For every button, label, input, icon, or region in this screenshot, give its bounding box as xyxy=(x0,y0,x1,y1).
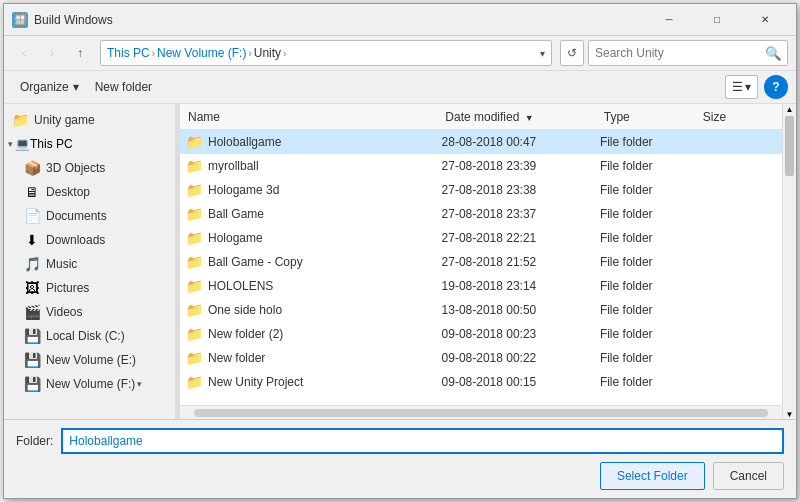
sidebar-label-disk-f: New Volume (F:) xyxy=(46,377,135,391)
folder-icon: 📁 xyxy=(184,204,204,224)
file-row[interactable]: 📁 myrollball 27-08-2018 23:39 File folde… xyxy=(180,154,782,178)
sidebar-item-local-disk-c[interactable]: 💾 Local Disk (C:) xyxy=(16,324,175,348)
scroll-track[interactable] xyxy=(783,114,796,409)
file-row[interactable]: 📁 Holoballgame 28-08-2018 00:47 File fol… xyxy=(180,130,782,154)
breadcrumb-new-volume[interactable]: New Volume (F:) xyxy=(157,46,246,60)
back-button[interactable]: ‹ xyxy=(12,41,36,65)
breadcrumb-dropdown-arrow[interactable]: ▾ xyxy=(540,48,545,59)
col-header-name[interactable]: Name xyxy=(184,110,441,124)
file-type: File folder xyxy=(600,255,699,269)
col-header-date[interactable]: Date modified ▼ xyxy=(441,110,599,124)
expand-arrow-f: ▾ xyxy=(137,379,142,389)
dialog-icon: 🪟 xyxy=(12,12,28,28)
sidebar-label-pictures: Pictures xyxy=(46,281,89,295)
search-button[interactable]: 🔍 xyxy=(759,41,787,65)
folder-icon: 📁 xyxy=(184,228,204,248)
sidebar-item-3d-objects[interactable]: 📦 3D Objects xyxy=(16,156,175,180)
file-row[interactable]: 📁 New folder (2) 09-08-2018 00:23 File f… xyxy=(180,322,782,346)
file-row[interactable]: 📁 One side holo 13-08-2018 00:50 File fo… xyxy=(180,298,782,322)
help-button[interactable]: ? xyxy=(764,75,788,99)
cancel-button[interactable]: Cancel xyxy=(713,462,784,490)
file-row[interactable]: 📁 HOLOLENS 19-08-2018 23:14 File folder xyxy=(180,274,782,298)
file-type: File folder xyxy=(600,135,699,149)
sidebar-label-3d: 3D Objects xyxy=(46,161,105,175)
folder-icon: 📁 xyxy=(184,348,204,368)
sidebar-item-new-volume-f[interactable]: 💾 New Volume (F:) ▾ xyxy=(16,372,175,396)
new-folder-button[interactable]: New folder xyxy=(87,75,160,99)
select-folder-button[interactable]: Select Folder xyxy=(600,462,705,490)
folder-icon: 📁 xyxy=(184,156,204,176)
select-folder-label: Select Folder xyxy=(617,469,688,483)
h-scrollbar-thumb[interactable] xyxy=(194,409,768,417)
folder-icon: 📁 xyxy=(184,300,204,320)
folder-icon: 📁 xyxy=(184,180,204,200)
maximize-button[interactable]: □ xyxy=(694,6,740,34)
file-row[interactable]: 📁 New Unity Project 09-08-2018 00:15 Fil… xyxy=(180,370,782,394)
breadcrumb-chevron-1: › xyxy=(152,48,155,59)
file-row[interactable]: 📁 New folder 09-08-2018 00:22 File folde… xyxy=(180,346,782,370)
scroll-up-button[interactable]: ▲ xyxy=(783,104,796,114)
file-date: 09-08-2018 00:23 xyxy=(442,327,600,341)
nav-toolbar: ‹ › ↑ This PC › New Volume (F:) › Unity … xyxy=(4,36,796,71)
col-header-type[interactable]: Type xyxy=(600,110,699,124)
pc-icon: 💻 xyxy=(15,137,30,151)
search-box: 🔍 xyxy=(588,40,788,66)
expand-arrow-pc: ▾ xyxy=(8,139,13,149)
file-row[interactable]: 📁 Hologame 27-08-2018 22:21 File folder xyxy=(180,226,782,250)
sidebar-item-videos[interactable]: 🎬 Videos xyxy=(16,300,175,324)
secondary-toolbar: Organize ▾ New folder ☰ ▾ ? xyxy=(4,71,796,104)
build-windows-dialog: 🪟 Build Windows ─ □ ✕ ‹ › ↑ This PC › Ne… xyxy=(3,3,797,499)
col-name-label: Name xyxy=(188,110,220,124)
file-date: 28-08-2018 00:47 xyxy=(442,135,600,149)
file-list: 📁 Holoballgame 28-08-2018 00:47 File fol… xyxy=(180,130,782,405)
file-name: One side holo xyxy=(208,303,442,317)
file-row[interactable]: 📁 Hologame 3d 27-08-2018 23:38 File fold… xyxy=(180,178,782,202)
scroll-down-button[interactable]: ▼ xyxy=(783,409,796,419)
file-type: File folder xyxy=(600,351,699,365)
file-date: 13-08-2018 00:50 xyxy=(442,303,600,317)
scroll-thumb[interactable] xyxy=(785,116,794,176)
folder-icon: 📁 xyxy=(184,324,204,344)
breadcrumb-this-pc[interactable]: This PC xyxy=(107,46,150,60)
desktop-icon: 🖥 xyxy=(24,184,40,200)
file-row[interactable]: 📁 Ball Game - Copy 27-08-2018 21:52 File… xyxy=(180,250,782,274)
close-button[interactable]: ✕ xyxy=(742,6,788,34)
refresh-button[interactable]: ↺ xyxy=(560,40,584,66)
organize-button[interactable]: Organize ▾ xyxy=(12,75,87,99)
file-date: 09-08-2018 00:15 xyxy=(442,375,600,389)
breadcrumb-bar: This PC › New Volume (F:) › Unity › ▾ xyxy=(100,40,552,66)
horizontal-scrollbar[interactable] xyxy=(180,405,782,419)
videos-icon: 🎬 xyxy=(24,304,40,320)
file-name: Ball Game xyxy=(208,207,442,221)
file-name: Hologame 3d xyxy=(208,183,442,197)
file-name: New folder xyxy=(208,351,442,365)
folder-input[interactable] xyxy=(61,428,784,454)
sidebar-section-this-pc[interactable]: ▾ 💻 This PC xyxy=(4,132,175,156)
up-button[interactable]: ↑ xyxy=(68,41,92,65)
minimize-button[interactable]: ─ xyxy=(646,6,692,34)
view-icon: ☰ xyxy=(732,80,743,94)
col-header-size[interactable]: Size xyxy=(699,110,778,124)
sidebar-item-unity-game[interactable]: 📁 Unity game xyxy=(4,108,175,132)
file-name: Holoballgame xyxy=(208,135,442,149)
folder-icon: 📁 xyxy=(184,252,204,272)
organize-chevron: ▾ xyxy=(73,80,79,94)
sidebar-item-pictures[interactable]: 🖼 Pictures xyxy=(16,276,175,300)
sidebar-sub-items: 📦 3D Objects 🖥 Desktop 📄 Documents ⬇ Dow… xyxy=(4,156,175,396)
disk-f-icon: 💾 xyxy=(24,376,40,392)
folder-label: Folder: xyxy=(16,434,53,448)
sidebar-item-documents[interactable]: 📄 Documents xyxy=(16,204,175,228)
view-button[interactable]: ☰ ▾ xyxy=(725,75,758,99)
sidebar-item-music[interactable]: 🎵 Music xyxy=(16,252,175,276)
action-buttons: Select Folder Cancel xyxy=(16,462,784,490)
file-row[interactable]: 📁 Ball Game 27-08-2018 23:37 File folder xyxy=(180,202,782,226)
forward-button[interactable]: › xyxy=(40,41,64,65)
sidebar-item-desktop[interactable]: 🖥 Desktop xyxy=(16,180,175,204)
help-label: ? xyxy=(772,80,779,94)
folder-icon: 📁 xyxy=(184,276,204,296)
sidebar-item-downloads[interactable]: ⬇ Downloads xyxy=(16,228,175,252)
sidebar-item-new-volume-e[interactable]: 💾 New Volume (E:) xyxy=(16,348,175,372)
file-date: 19-08-2018 23:14 xyxy=(442,279,600,293)
file-date: 27-08-2018 22:21 xyxy=(442,231,600,245)
search-input[interactable] xyxy=(589,46,759,60)
